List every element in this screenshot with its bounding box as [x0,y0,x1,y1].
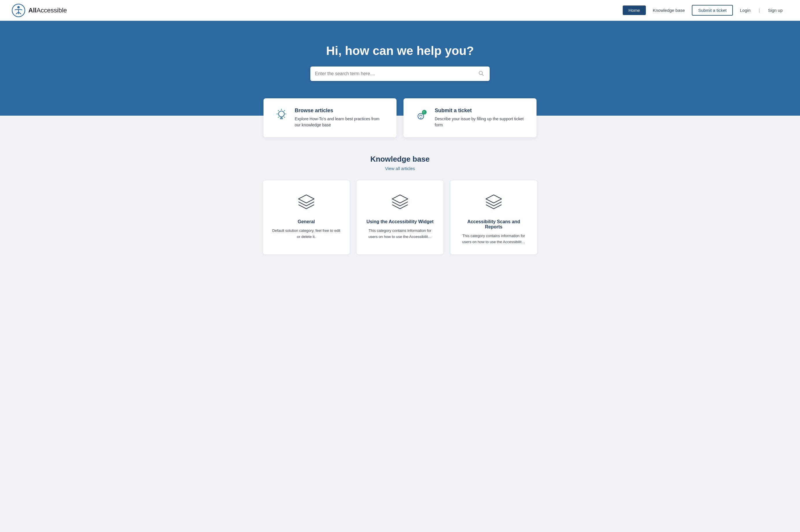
hero-heading: Hi, how can we help you? [6,44,794,58]
ticket-icon: ! [414,108,429,122]
browse-articles-title: Browse articles [295,108,386,114]
svg-line-9 [284,111,285,111]
nav-signup[interactable]: Sign up [762,5,788,15]
kb-card-scans-title: Accessibility Scans and Reports [459,219,528,230]
logo-text: AllAccessible [29,7,67,14]
layers-icon-scans [484,192,504,212]
layers-icon-general [296,192,316,212]
svg-line-10 [278,117,279,118]
kb-card-widget[interactable]: Using the Accessibility Widget This cate… [357,180,443,254]
layers-icon-widget [390,192,410,212]
kb-card-scans[interactable]: Accessibility Scans and Reports This cat… [450,180,537,254]
browse-articles-card[interactable]: Browse articles Explore How-To's and lea… [263,98,396,137]
search-button[interactable] [477,69,485,79]
logo-icon [12,3,25,17]
svg-point-4 [279,111,284,117]
svg-text:!: ! [424,111,424,114]
nav-links: Home Knowledge base Submit a ticket Logi… [623,5,788,16]
action-cards: Browse articles Explore How-To's and lea… [0,98,800,137]
kb-cards: General Default solution category, feel … [12,180,788,254]
svg-marker-18 [486,195,502,203]
submit-ticket-desc: Describe your issue by filling up the su… [435,116,526,128]
nav-home[interactable]: Home [623,5,646,15]
lightbulb-icon [274,108,289,122]
svg-point-1 [17,6,20,8]
nav-login[interactable]: Login [734,5,756,15]
search-input[interactable] [315,66,477,81]
kb-card-widget-title: Using the Accessibility Widget [365,219,435,224]
kb-card-general-title: General [272,219,341,224]
submit-ticket-nav-button[interactable]: Submit a ticket [692,5,733,16]
kb-card-general-desc: Default solution category, feel free to … [272,228,341,240]
navbar: AllAccessible Home Knowledge base Submit… [0,0,800,21]
nav-knowledge-base[interactable]: Knowledge base [647,5,691,15]
kb-card-widget-desc: This category contains information for u… [365,228,435,240]
kb-card-scans-desc: This category contains information for u… [459,233,528,245]
svg-line-8 [278,111,279,111]
search-icon [478,70,484,76]
nav-divider: | [759,8,760,13]
logo[interactable]: AllAccessible [12,3,67,17]
search-bar [310,66,490,81]
browse-articles-desc: Explore How-To's and learn best practice… [295,116,386,128]
svg-marker-16 [298,195,314,203]
knowledge-base-section: Knowledge base View all articles General… [0,137,800,266]
view-all-articles-link[interactable]: View all articles [385,166,415,171]
svg-line-3 [482,74,484,75]
kb-section-title: Knowledge base [12,155,788,164]
svg-line-11 [284,117,285,118]
submit-ticket-card[interactable]: ! Submit a ticket Describe your issue by… [404,98,537,137]
svg-marker-17 [392,195,408,203]
kb-card-general[interactable]: General Default solution category, feel … [263,180,350,254]
submit-ticket-title: Submit a ticket [435,108,526,114]
